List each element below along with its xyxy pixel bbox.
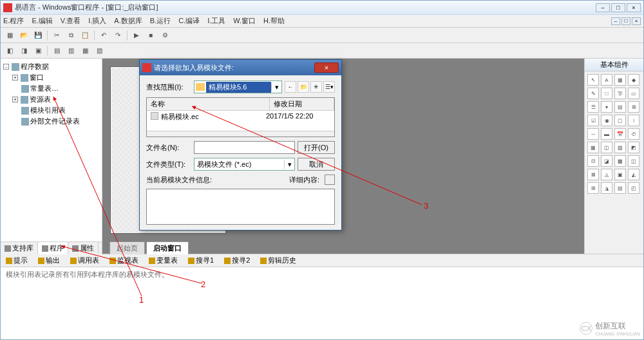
pal-combo-icon[interactable]: ▾ bbox=[601, 101, 612, 113]
cancel-button[interactable]: 取消 bbox=[298, 158, 335, 171]
pal-c32-icon[interactable]: ◭ bbox=[628, 169, 639, 180]
up-icon[interactable]: 📁 bbox=[298, 81, 309, 93]
pal-button-icon[interactable]: □ bbox=[601, 88, 612, 99]
pal-shape-icon[interactable]: ◆ bbox=[628, 74, 639, 86]
btab-calltable[interactable]: 调用表 bbox=[68, 256, 102, 265]
pal-label-icon[interactable]: A bbox=[601, 74, 612, 86]
pal-pic-icon[interactable]: ▦ bbox=[614, 74, 626, 86]
pal-text-icon[interactable]: 字 bbox=[614, 88, 626, 99]
tree-item-constants[interactable]: 常量表… bbox=[3, 83, 99, 94]
pal-tree-icon[interactable]: ⊞ bbox=[628, 101, 639, 113]
tab-start-page[interactable]: 起始页 bbox=[109, 241, 145, 254]
expand-icon[interactable]: + bbox=[12, 97, 18, 102]
btab-search1[interactable]: 搜寻1 bbox=[185, 256, 216, 265]
pal-c22-icon[interactable]: ◫ bbox=[601, 142, 612, 153]
tree-root[interactable]: -程序数据 bbox=[3, 61, 99, 72]
tree-item-external-files[interactable]: 外部文件记录表 bbox=[3, 116, 99, 127]
pal-c27-icon[interactable]: ▩ bbox=[614, 155, 626, 167]
pal-c33-icon[interactable]: ⊞ bbox=[587, 182, 599, 194]
pal-c36-icon[interactable]: ◰ bbox=[628, 182, 639, 194]
newfolder-icon[interactable]: ✳ bbox=[310, 81, 322, 93]
tb-new-icon[interactable]: ▦ bbox=[3, 29, 16, 42]
pal-frame-icon[interactable]: ▢ bbox=[614, 115, 626, 126]
pal-c34-icon[interactable]: ◮ bbox=[601, 182, 612, 194]
hdr-name[interactable]: 名称 bbox=[147, 98, 270, 110]
tb-cut-icon[interactable]: ✂ bbox=[50, 29, 63, 42]
pal-c21-icon[interactable]: ▦ bbox=[587, 142, 599, 153]
tab-program[interactable]: 程序 bbox=[38, 242, 68, 254]
viewmode-icon[interactable]: ☰▾ bbox=[323, 81, 335, 93]
btab-search2[interactable]: 搜寻2 bbox=[222, 256, 252, 265]
menu-database[interactable]: A.数据库 bbox=[114, 16, 142, 26]
menu-edit[interactable]: E.编辑 bbox=[32, 16, 52, 26]
tb-layout2-icon[interactable]: ▥ bbox=[64, 44, 77, 57]
pal-date-icon[interactable]: 📅 bbox=[614, 128, 626, 140]
tb-compile-icon[interactable]: ⚙ bbox=[158, 29, 171, 42]
menu-window[interactable]: W.窗口 bbox=[233, 16, 256, 26]
tab-support-lib[interactable]: 支持库 bbox=[1, 242, 38, 254]
pal-c29-icon[interactable]: ⊠ bbox=[587, 169, 599, 180]
menu-view[interactable]: V.查看 bbox=[61, 16, 80, 26]
open-button[interactable]: 打开(O) bbox=[298, 141, 335, 154]
menu-help[interactable]: H.帮助 bbox=[263, 16, 285, 26]
menu-program[interactable]: E.程序 bbox=[3, 16, 24, 26]
pal-c23-icon[interactable]: ▨ bbox=[614, 142, 626, 153]
doc-close-button[interactable]: × bbox=[632, 17, 641, 25]
pal-slider-icon[interactable]: ─ bbox=[587, 128, 599, 140]
dialog-titlebar[interactable]: 请选择欲加入易模块文件: × bbox=[140, 60, 341, 75]
collapse-icon[interactable]: - bbox=[3, 64, 9, 70]
pal-edit-icon[interactable]: ✎ bbox=[587, 88, 599, 99]
pal-timer-icon[interactable]: ⏱ bbox=[628, 128, 639, 140]
pal-check-icon[interactable]: ☑ bbox=[587, 115, 599, 126]
menu-tools[interactable]: I.工具 bbox=[207, 16, 225, 26]
filetype-combo[interactable]: 易模块文件 (*.ec) ▾ bbox=[194, 158, 295, 171]
pal-progress-icon[interactable]: ▬ bbox=[601, 128, 612, 140]
pal-c31-icon[interactable]: ▣ bbox=[614, 169, 626, 180]
pal-c25-icon[interactable]: ⊡ bbox=[587, 155, 599, 167]
file-list[interactable]: 名称 修改日期 精易模块.ec 2017/1/5 22:20 bbox=[146, 97, 335, 137]
pal-c24-icon[interactable]: ◩ bbox=[628, 142, 639, 153]
filename-input[interactable] bbox=[194, 141, 295, 154]
tab-startup-window[interactable]: 启动窗口 bbox=[146, 241, 189, 254]
tb-copy-icon[interactable]: ⧉ bbox=[64, 29, 77, 42]
back-icon[interactable]: ← bbox=[285, 81, 296, 93]
btab-watch[interactable]: 监视表 bbox=[107, 256, 141, 265]
tb-stop-icon[interactable]: ■ bbox=[144, 29, 157, 42]
tree-item-modules[interactable]: 模块引用表 bbox=[3, 105, 99, 116]
btab-hint[interactable]: 提示 bbox=[3, 256, 30, 265]
tb-layout3-icon[interactable]: ▦ bbox=[79, 44, 91, 57]
tb-redo-icon[interactable]: ↷ bbox=[111, 29, 124, 42]
menu-compile[interactable]: C.编译 bbox=[178, 16, 200, 26]
chevron-down-icon[interactable]: ▾ bbox=[284, 160, 294, 169]
tb-layout4-icon[interactable]: ▧ bbox=[93, 44, 106, 57]
maximize-button[interactable]: □ bbox=[611, 3, 625, 12]
lookin-combo[interactable]: 精易模块5.6 ▾ bbox=[194, 80, 282, 93]
tb-align-center-icon[interactable]: ◨ bbox=[17, 44, 30, 57]
pal-c26-icon[interactable]: ◪ bbox=[601, 155, 612, 167]
doc-minimize-button[interactable]: – bbox=[611, 17, 620, 25]
expand-icon[interactable]: + bbox=[12, 75, 18, 80]
dialog-close-button[interactable]: × bbox=[314, 62, 339, 73]
file-row[interactable]: 精易模块.ec 2017/1/5 22:20 bbox=[147, 111, 334, 123]
tb-undo-icon[interactable]: ↶ bbox=[97, 29, 110, 42]
tree-item-windows[interactable]: +窗口 bbox=[3, 72, 99, 83]
detail-button[interactable] bbox=[325, 175, 335, 185]
minimize-button[interactable]: – bbox=[596, 3, 610, 12]
pal-list-icon[interactable]: ☰ bbox=[587, 101, 599, 113]
pal-c30-icon[interactable]: ◬ bbox=[601, 169, 612, 180]
chevron-down-icon[interactable]: ▾ bbox=[271, 83, 281, 91]
hdr-date[interactable]: 修改日期 bbox=[270, 98, 334, 110]
menu-run[interactable]: B.运行 bbox=[150, 16, 171, 26]
close-button[interactable]: × bbox=[627, 3, 641, 12]
pal-c28-icon[interactable]: ◫ bbox=[628, 155, 639, 167]
pal-c35-icon[interactable]: ▤ bbox=[614, 182, 626, 194]
tb-align-right-icon[interactable]: ▣ bbox=[32, 44, 44, 57]
tb-save-icon[interactable]: 💾 bbox=[32, 29, 44, 42]
btab-output[interactable]: 输出 bbox=[35, 256, 62, 265]
pal-scroll-icon[interactable]: ↕ bbox=[628, 115, 639, 126]
pal-radio-icon[interactable]: ◉ bbox=[601, 115, 612, 126]
tb-align-left-icon[interactable]: ◧ bbox=[3, 44, 16, 57]
btab-vars[interactable]: 变量表 bbox=[146, 256, 180, 265]
tb-paste-icon[interactable]: 📋 bbox=[79, 29, 91, 42]
tab-properties[interactable]: 属性 bbox=[68, 242, 99, 254]
